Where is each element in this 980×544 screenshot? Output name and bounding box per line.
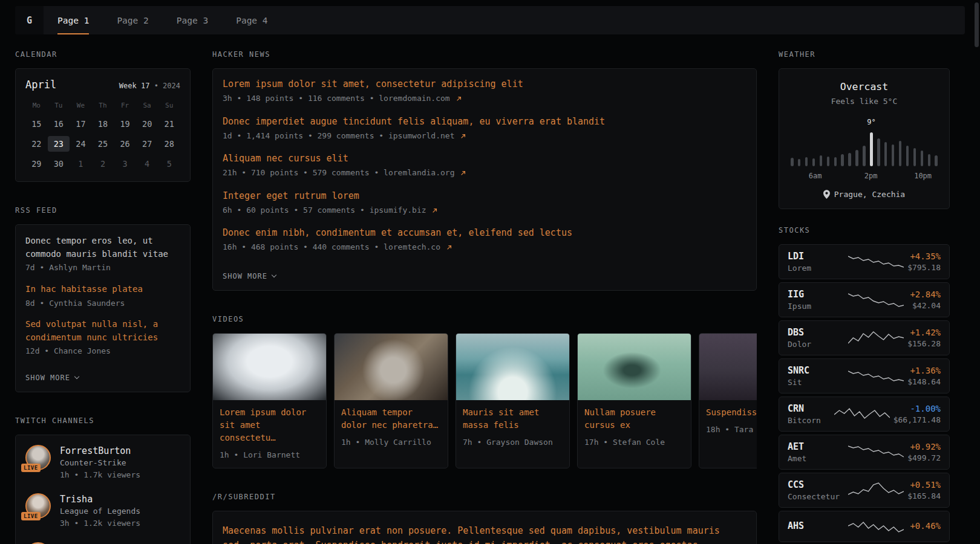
- video-link[interactable]: Mauris sit amet massa felis: [463, 406, 563, 432]
- hackernews-meta: 1d • 1,414 points • 299 comments • ipsum…: [223, 130, 746, 142]
- calendar-widget: April Week 17 • 2024 MoTuWeThFrSaSu15161…: [15, 68, 191, 182]
- twitch-channel[interactable]: LIVEForrestBurtonCounter-Strike1h • 1.7k…: [25, 445, 180, 481]
- tab-page-4[interactable]: Page 4: [222, 6, 281, 34]
- logo[interactable]: G: [15, 6, 44, 34]
- video-card[interactable]: Mauris sit amet massa felis7h • Grayson …: [456, 333, 570, 469]
- tab-page-1[interactable]: Page 1: [44, 6, 103, 34]
- avatar-wrap: LIVE: [25, 493, 51, 519]
- subreddit-post-link[interactable]: Maecenas mollis pulvinar erat non posuer…: [223, 523, 746, 544]
- stock-price: $165.84: [907, 491, 941, 500]
- subreddit-section: /R/SUBREDDIT Maecenas mollis pulvinar er…: [212, 493, 757, 544]
- video-meta: 7h • Grayson Dawson: [463, 436, 563, 448]
- weather-time-label: 6am: [809, 172, 822, 180]
- stock-sparkline: [848, 253, 904, 271]
- subreddit-widget: Maecenas mollis pulvinar erat non posuer…: [212, 511, 757, 544]
- twitch-channel[interactable]: LIVETrishaLeague of Legends3h • 1.2k vie…: [25, 493, 180, 529]
- video-link[interactable]: Suspendisse diam: [706, 406, 757, 419]
- rss-link[interactable]: In hac habitasse platea: [25, 283, 180, 296]
- rss-link[interactable]: Donec tempor eros leo, ut commodo mauris…: [25, 235, 180, 261]
- tab-page-3[interactable]: Page 3: [163, 6, 222, 34]
- weather-bar: [899, 141, 902, 166]
- hackernews-meta: 16h • 468 points • 440 comments • loremt…: [223, 241, 746, 253]
- weather-bar: [870, 132, 873, 166]
- stock-info: AHS: [788, 520, 844, 533]
- calendar-header: April Week 17 • 2024: [25, 79, 180, 91]
- location-pin-icon: [823, 190, 830, 199]
- external-link-icon: [460, 170, 466, 176]
- tab-page-2[interactable]: Page 2: [103, 6, 162, 34]
- hackernews-item: Donec enim nibh, condimentum et accumsan…: [223, 227, 746, 253]
- video-link[interactable]: Lorem ipsum dolor sit amet consectetu…: [220, 406, 319, 444]
- calendar-day: 25: [92, 136, 114, 152]
- hackernews-link[interactable]: Integer eget rutrum lorem: [223, 190, 746, 201]
- hackernews-item: Integer eget rutrum lorem6h • 60 points …: [223, 190, 746, 216]
- video-card-body: Nullam posuere cursus ex17h • Stefan Col…: [578, 400, 691, 456]
- stock-info: AETAmet: [788, 441, 844, 463]
- top-nav: G Page 1Page 2Page 3Page 4: [15, 6, 965, 34]
- stock-values: +1.42%$156.28: [907, 328, 941, 348]
- stock-sparkline: [848, 329, 904, 347]
- video-link[interactable]: Nullam posuere cursus ex: [584, 406, 684, 432]
- stock-price: $156.28: [907, 339, 941, 348]
- video-card[interactable]: Aliquam tempor dolor nec pharetra…1h • M…: [334, 333, 448, 469]
- weather-bar: [928, 154, 931, 166]
- avatar-wrap: LIVE: [25, 445, 51, 470]
- scrollbar[interactable]: [975, 2, 979, 47]
- stock-sparkline: [848, 517, 904, 536]
- stock-name: Lorem: [788, 264, 844, 273]
- stock-ticker: IIG: [788, 289, 844, 300]
- video-meta: 17h • Stefan Cole: [584, 436, 684, 448]
- video-thumbnail: [456, 334, 569, 400]
- calendar-day: 27: [136, 136, 158, 152]
- chevron-down-icon: [74, 374, 79, 379]
- calendar-day: 16: [48, 116, 70, 132]
- video-thumbnail: [213, 334, 326, 400]
- stock-change: +0.46%: [907, 521, 941, 531]
- videos-section: VIDEOS Lorem ipsum dolor sit amet consec…: [212, 315, 757, 469]
- rss-link[interactable]: Sed volutpat nulla nisl, a condimentum n…: [25, 318, 180, 344]
- video-card[interactable]: Nullam posuere cursus ex17h • Stefan Col…: [577, 333, 691, 469]
- calendar-separator: •: [154, 82, 158, 90]
- channel-info: ForrestBurtonCounter-Strike1h • 1.7k vie…: [60, 445, 140, 481]
- calendar-weekday: Th: [92, 99, 114, 112]
- video-thumbnail: [335, 334, 448, 400]
- stock-change: +0.51%: [907, 480, 941, 490]
- rss-show-more-button[interactable]: SHOW MORE: [25, 374, 79, 382]
- calendar-section: CALENDAR April Week 17 • 2024 MoTuWeThFr…: [15, 50, 191, 182]
- hackernews-show-more-button[interactable]: SHOW MORE: [223, 272, 276, 280]
- stock-values: +0.46%: [907, 521, 941, 533]
- calendar-day: 4: [136, 156, 158, 172]
- hackernews-link[interactable]: Lorem ipsum dolor sit amet, consectetur …: [223, 79, 746, 89]
- rss-show-more-label: SHOW MORE: [25, 374, 70, 382]
- stock-sparkline: [848, 481, 904, 499]
- hackernews-link[interactable]: Donec enim nibh, condimentum et accumsan…: [223, 227, 746, 238]
- weather-temp-label: 9°: [866, 118, 878, 126]
- stock-row: SNRCSit+1.36%$148.64: [779, 358, 950, 393]
- video-card[interactable]: Suspendisse diam18h • Tara: [699, 333, 757, 469]
- external-link-icon: [446, 245, 452, 250]
- calendar-heading: CALENDAR: [15, 50, 191, 59]
- weather-section: WEATHER Overcast Feels like 5°C 9° 6am2p…: [779, 50, 950, 209]
- weather-bar: [935, 155, 938, 166]
- calendar-weekday: Mo: [25, 99, 48, 112]
- stock-sparkline: [848, 291, 904, 309]
- right-column: WEATHER Overcast Feels like 5°C 9° 6am2p…: [779, 50, 950, 544]
- stock-ticker: AET: [788, 441, 844, 452]
- weather-bar: [812, 158, 815, 166]
- hackernews-link[interactable]: Aliquam nec cursus elit: [223, 153, 746, 164]
- stock-info: DBSDolor: [788, 327, 844, 349]
- video-card[interactable]: Lorem ipsum dolor sit amet consectetu…1h…: [212, 333, 327, 469]
- weather-bar: [820, 155, 823, 166]
- stock-row: LDILorem+4.35%$795.18: [779, 244, 950, 279]
- channel-name-link[interactable]: ForrestBurton: [60, 445, 140, 456]
- weather-heading: WEATHER: [779, 50, 950, 59]
- weather-bar: [798, 159, 801, 166]
- hackernews-link[interactable]: Donec imperdiet augue tincidunt felis al…: [223, 116, 746, 127]
- weather-bar: [877, 138, 880, 166]
- video-link[interactable]: Aliquam tempor dolor nec pharetra…: [341, 406, 441, 432]
- channel-name-link[interactable]: Trisha: [60, 494, 140, 505]
- stock-row: DBSDolor+1.42%$156.28: [779, 320, 950, 355]
- calendar-day: 3: [114, 156, 136, 172]
- stock-values: -1.00%$66,171.48: [893, 404, 941, 424]
- rss-item: Sed volutpat nulla nisl, a condimentum n…: [25, 318, 180, 357]
